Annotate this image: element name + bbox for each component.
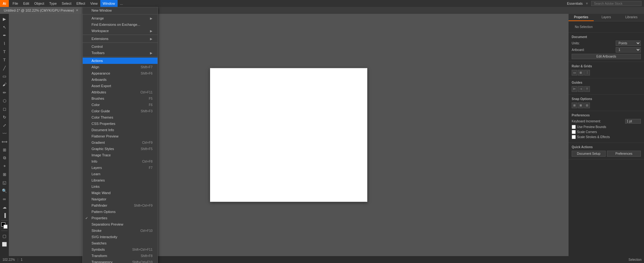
width-tool-icon[interactable]: ⟺: [1, 138, 8, 145]
menu-item-pattern-options[interactable]: Pattern Options: [83, 209, 158, 215]
menu-window[interactable]: Window: [100, 0, 118, 7]
menu-item-toolbars[interactable]: Toolbars ▶: [83, 50, 158, 56]
symbol-sprayer-icon[interactable]: ☁: [1, 203, 8, 211]
menu-edit[interactable]: Edit: [21, 0, 32, 7]
menu-item-links[interactable]: Links: [83, 183, 158, 190]
menu-effect[interactable]: Effect: [74, 0, 88, 7]
menu-item-css-properties[interactable]: CSS Properties: [83, 120, 158, 127]
scale-corners-checkbox[interactable]: [572, 130, 576, 134]
menu-item-color[interactable]: Color F6: [83, 102, 158, 108]
menu-item-color-guide[interactable]: Color Guide Shift+F3: [83, 108, 158, 114]
menu-item-transform[interactable]: Transform Shift+F8: [83, 253, 158, 259]
color-tool-group[interactable]: [1, 222, 8, 229]
menu-item-stroke[interactable]: Stroke Ctrl+F10: [83, 227, 158, 234]
type-tool-icon[interactable]: T: [1, 48, 8, 55]
draw-mode-icon[interactable]: ▢: [1, 232, 8, 240]
menu-item-transparency[interactable]: Transparency Shift+Ctrl+F10: [83, 259, 158, 263]
rotate-tool-icon[interactable]: ↻: [1, 113, 8, 121]
menu-item-properties[interactable]: Properties: [83, 215, 158, 221]
menu-item-attributes[interactable]: Attributes Ctrl+F11: [83, 89, 158, 95]
edit-artboards-button[interactable]: Edit Artboards: [572, 54, 641, 59]
grid2-icon[interactable]: ⋮: [584, 70, 590, 76]
guide-show-icon[interactable]: ⊣: [578, 86, 584, 92]
menu-file[interactable]: File: [10, 0, 21, 7]
shape-builder-icon[interactable]: ⧉: [1, 154, 8, 162]
document-setup-button[interactable]: Document Setup: [572, 151, 606, 157]
menu-item-navigator[interactable]: Navigator: [83, 196, 158, 202]
search-bar[interactable]: Search Adobe Stock: [591, 1, 641, 6]
artboard-select[interactable]: 1 2: [616, 47, 641, 53]
gradient-tool-icon[interactable]: ◱: [1, 179, 8, 186]
menu-item-extensions[interactable]: Extensions ▶: [83, 36, 158, 42]
menu-item-symbols[interactable]: Symbols Shift+Ctrl+F11: [83, 246, 158, 253]
menu-item-gradient[interactable]: Gradient Ctrl+F9: [83, 139, 158, 146]
menu-item-color-themes[interactable]: Color Themes: [83, 114, 158, 120]
scale-tool-icon[interactable]: ⤢: [1, 121, 8, 129]
menu-item-magic-wand[interactable]: Magic Wand: [83, 190, 158, 196]
touch-type-tool-icon[interactable]: T: [1, 56, 8, 64]
units-select[interactable]: Points Pixels Inches Millimeters: [616, 41, 641, 46]
menu-item-flattener-preview[interactable]: Flattener Preview: [83, 133, 158, 139]
use-preview-bounds-checkbox[interactable]: [572, 125, 576, 129]
direct-selection-tool-icon[interactable]: ↖: [1, 23, 8, 31]
menu-item-artboards[interactable]: Artboards: [83, 76, 158, 83]
pen-tool-icon[interactable]: ✒: [1, 31, 8, 39]
keyboard-increment-input[interactable]: [625, 119, 641, 124]
tab-libraries[interactable]: Libraries: [619, 14, 644, 21]
menu-item-appearance[interactable]: Appearance Shift+F6: [83, 70, 158, 76]
menu-item-separations-preview[interactable]: Separations Preview: [83, 221, 158, 227]
column-graph-icon[interactable]: ▐: [1, 211, 8, 219]
snap-icon-2[interactable]: ⊠: [578, 103, 584, 108]
rect-tool-icon[interactable]: ▭: [1, 72, 8, 80]
menu-item-arrange[interactable]: Arrange ▶: [83, 15, 158, 21]
blend-tool-icon[interactable]: ∞: [1, 195, 8, 203]
menu-item-layers[interactable]: Layers F7: [83, 165, 158, 171]
grid-icon[interactable]: ⊞: [578, 70, 584, 76]
menu-item-pathfinder[interactable]: Pathfinder Shift+Ctrl+F9: [83, 202, 158, 209]
shaper-tool-icon[interactable]: ⬡: [1, 97, 8, 104]
tab-properties[interactable]: Properties: [569, 14, 594, 21]
guide-lock-icon[interactable]: ⊢: [572, 86, 577, 92]
menu-item-actions[interactable]: Actions: [83, 58, 158, 64]
tab-layers[interactable]: Layers: [594, 14, 619, 21]
menu-item-new-window[interactable]: New Window: [83, 7, 158, 14]
menu-item-image-trace[interactable]: Image Trace: [83, 152, 158, 158]
menu-item-svg-interactivity[interactable]: SVG Interactivity: [83, 234, 158, 240]
free-transform-icon[interactable]: ⊞: [1, 146, 8, 154]
ruler-icon[interactable]: ▭: [572, 70, 577, 76]
line-tool-icon[interactable]: ╱: [1, 64, 8, 72]
curvature-tool-icon[interactable]: ⌇: [1, 40, 8, 47]
perspective-grid-icon[interactable]: ⌖: [1, 162, 8, 170]
eraser-tool-icon[interactable]: ◻: [1, 105, 8, 113]
warp-tool-icon[interactable]: 〰: [1, 130, 8, 137]
preferences-button[interactable]: Preferences: [607, 151, 641, 157]
menu-item-find-extensions[interactable]: Find Extensions on Exchange...: [83, 21, 158, 28]
menu-item-libraries[interactable]: Libraries: [83, 177, 158, 183]
guide-clear-icon[interactable]: ⊤: [584, 86, 590, 92]
menu-more[interactable]: ...: [118, 0, 125, 7]
tab-close-button[interactable]: ✕: [76, 7, 78, 14]
screen-mode-icon[interactable]: ⬜: [1, 240, 8, 248]
pencil-tool-icon[interactable]: ✏: [1, 89, 8, 96]
menu-select[interactable]: Select: [59, 0, 74, 7]
snap-icon-3[interactable]: ⊟: [584, 103, 590, 108]
menu-object[interactable]: Object: [32, 0, 47, 7]
menu-item-asset-export[interactable]: Asset Export: [83, 83, 158, 89]
snap-icon-1[interactable]: ⊞: [572, 103, 577, 108]
essentials-label[interactable]: Essentials: [567, 2, 583, 5]
menu-item-workspace[interactable]: Workspace ▶: [83, 28, 158, 34]
menu-view[interactable]: View: [88, 0, 100, 7]
menu-item-graphic-styles[interactable]: Graphic Styles Shift+F5: [83, 146, 158, 152]
menu-item-brushes[interactable]: Brushes F5: [83, 95, 158, 102]
selection-tool-icon[interactable]: ▶: [1, 15, 8, 23]
eyedropper-icon[interactable]: 🔍: [1, 187, 8, 194]
menu-type[interactable]: Type: [47, 0, 59, 7]
menu-item-align[interactable]: Align Shift+F7: [83, 64, 158, 70]
menu-item-document-info[interactable]: Document Info: [83, 127, 158, 133]
menu-item-control[interactable]: Control: [83, 43, 158, 50]
menu-item-learn[interactable]: Learn: [83, 171, 158, 177]
menu-item-info[interactable]: Info Ctrl+F8: [83, 158, 158, 165]
document-tab[interactable]: Untitled-1* @ 102.22% (CMYK/GPU Preview)…: [0, 7, 82, 14]
mesh-tool-icon[interactable]: ⊞: [1, 171, 8, 178]
paintbrush-tool-icon[interactable]: 🖌: [1, 81, 8, 88]
